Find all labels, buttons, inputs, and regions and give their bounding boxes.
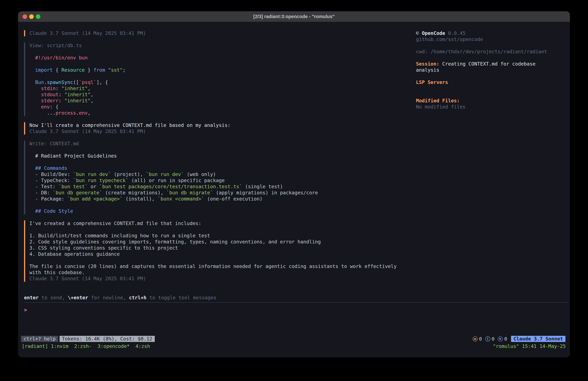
lsp-indicators: w0i0h0: [473, 336, 507, 342]
zoom-button[interactable]: [36, 14, 40, 19]
titlebar: [2/3] radiant:3:opencode - "romulus": [18, 11, 570, 22]
terminal-line: Modified Files:: [416, 98, 555, 104]
blank-line: [29, 73, 416, 79]
terminal-line: stderr: "inherit",: [29, 98, 416, 104]
terminal-line: 3. CSS styling conventions specific to t…: [29, 245, 416, 251]
terminal-line: - TypeCheck: `bun run typecheck` (all) o…: [29, 178, 416, 183]
tool-call-write-file: Write: CONTEXT.md # Radiant Project Guid…: [24, 141, 416, 214]
terminal-line: github.com/sst/opencode: [416, 36, 555, 43]
terminal-line: 1. Build/lint/test commands including ho…: [29, 233, 416, 239]
terminal-window: [2/3] radiant:3:opencode - "romulus" Cla…: [18, 11, 570, 358]
terminal-line: ...process.env,: [29, 110, 416, 116]
indicator-count: 0: [492, 336, 495, 342]
terminal-line: - Package: `bun add <package>` (install)…: [29, 196, 416, 202]
blank-line: [416, 73, 555, 79]
lsp-servers-heading: LSP Servers: [416, 79, 448, 85]
terminal-line: Now I'll create a comprehensive CONTEXT.…: [29, 122, 416, 128]
assistant-message-header: Claude 3.7 Sonnet (14 May 2025 03:41 PM): [24, 30, 416, 36]
modified-files-empty: No modified files: [416, 104, 465, 110]
terminal-line: - Build/Dev: `bun run dev` (project), `b…: [29, 171, 416, 178]
summary-text: I've created a comprehensive CONTEXT.md …: [29, 220, 416, 282]
input-separator: [24, 302, 568, 303]
prompt-symbol: >: [24, 307, 27, 313]
terminal-line: No modified files: [416, 104, 555, 110]
terminal-line: Write: CONTEXT.md: [29, 141, 416, 147]
terminal-line: I've created a comprehensive CONTEXT.md …: [29, 220, 416, 226]
blank-line: [29, 147, 416, 153]
blank-line: [29, 49, 416, 55]
blank-line: [29, 226, 416, 233]
terminal-line: 2. Code style guidelines covering import…: [29, 239, 416, 245]
terminal-line: # Radiant Project Guidelines: [29, 153, 416, 159]
model-chip: Claude 3.7 Sonnet: [511, 336, 566, 342]
terminal-line: LSP Servers: [416, 79, 555, 85]
info-indicator: i0: [485, 336, 495, 342]
session-info: Session: Creating CONTEXT.md for codebas…: [416, 61, 555, 73]
tool-write-title: Write: CONTEXT.md: [29, 141, 79, 146]
blank-line: [29, 61, 416, 67]
tmux-session-windows: [radiant] 1:nvim 2:zsh- 3:opencode* 4:zs…: [22, 343, 150, 349]
tokens-cost-chip: Tokens: 16.4K (8%), Cost: $0.12: [60, 336, 155, 342]
prompt-line[interactable]: >: [24, 307, 568, 313]
tool-call-view-file: View: script/db.ts #!/usr/bin/env bun im…: [24, 43, 416, 116]
tmux-host-clock: "romulus" 15:41 14-May-25: [493, 343, 566, 349]
blank-line: [416, 85, 555, 91]
terminal-line: - DB: `bun db generate` (create migratio…: [29, 190, 416, 196]
sidebar: © OpenCode 0.0.45 github.com/sst/opencod…: [416, 22, 570, 295]
terminal-line: import { Resource } from "sst";: [29, 67, 416, 73]
blank-line: [416, 43, 555, 49]
app-header: © OpenCode 0.0.45: [416, 30, 555, 36]
input-area[interactable]: enter to send, \+enter for newline, ctrl…: [18, 295, 570, 336]
window-title: [2/3] radiant:3:opencode - "romulus": [253, 14, 335, 19]
markdown-block-context-md: # Radiant Project Guidelines ## Commands…: [29, 147, 416, 214]
blank-line: [416, 91, 555, 98]
status-bar: ctrl+? help Tokens: 16.4K (8%), Cost: $0…: [21, 336, 566, 342]
terminal-line: #!/usr/bin/env bun: [29, 55, 416, 61]
indicator-count: 0: [479, 336, 482, 342]
info-icon: i: [485, 336, 490, 341]
terminal-line: Claude 3.7 Sonnet (14 May 2025 03:41 PM): [29, 30, 416, 36]
terminal-line: env: {: [29, 104, 416, 110]
indicator-count: 0: [504, 336, 507, 342]
terminal-line: with this codebase.: [29, 269, 416, 276]
terminal-line: 4. Database operations guidance: [29, 251, 416, 257]
message-timestamp: Claude 3.7 Sonnet (14 May 2025 03:41 PM): [29, 129, 146, 134]
terminal-line: cwd: /home/thdxr/dev/projects/radiant/ra…: [416, 49, 555, 55]
terminal-line: stdin: "inherit",: [29, 85, 416, 91]
tmux-status-bar: [radiant] 1:nvim 2:zsh- 3:opencode* 4:zs…: [22, 343, 566, 349]
keybind-help: enter to send, \+enter for newline, ctrl…: [24, 295, 568, 301]
assistant-message-summary: I've created a comprehensive CONTEXT.md …: [24, 220, 416, 282]
message-text: Now I'll create a comprehensive CONTEXT.…: [29, 122, 231, 128]
terminal-line: ## Commands: [29, 165, 416, 171]
hints-icon: h: [498, 336, 503, 341]
terminal-line: stdout: "inherit",: [29, 91, 416, 98]
blank-line: [29, 202, 416, 208]
main-area: Claude 3.7 Sonnet (14 May 2025 03:41 PM)…: [18, 22, 570, 295]
blank-line: [29, 159, 416, 165]
warnings-icon: w: [473, 336, 478, 341]
terminal-line: Claude 3.7 Sonnet (14 May 2025 03:41 PM): [29, 276, 416, 282]
minimize-button[interactable]: [29, 14, 34, 19]
traffic-lights: [22, 11, 40, 22]
help-chip: ctrl+? help: [21, 336, 58, 342]
warnings-indicator: w0: [473, 336, 482, 342]
blank-line: [29, 257, 416, 263]
modified-files-heading: Modified Files:: [416, 98, 460, 104]
chat-column: Claude 3.7 Sonnet (14 May 2025 03:41 PM)…: [18, 22, 416, 295]
close-button[interactable]: [22, 14, 27, 19]
assistant-message-intro: Now I'll create a comprehensive CONTEXT.…: [24, 122, 416, 134]
message-timestamp: Claude 3.7 Sonnet (14 May 2025 03:41 PM): [29, 30, 146, 36]
terminal-line: Bun.spawnSync([`psql`], {: [29, 79, 416, 85]
code-block-db-ts: #!/usr/bin/env bun import { Resource } f…: [29, 49, 416, 116]
terminal-line: View: script/db.ts: [29, 43, 416, 49]
terminal-line: - Test: `bun test` or `bun test packages…: [29, 183, 416, 190]
tool-view-title: View: script/db.ts: [29, 43, 82, 48]
terminal-line: ## Code Style: [29, 208, 416, 214]
blank-line: [416, 55, 555, 61]
terminal-line: Claude 3.7 Sonnet (14 May 2025 03:41 PM): [29, 128, 416, 134]
cwd-path: cwd: /home/thdxr/dev/projects/radiant/ra…: [416, 49, 547, 54]
hints-indicator: h0: [498, 336, 507, 342]
terminal-line: The file is concise (20 lines) and captu…: [29, 263, 416, 269]
repo-url: github.com/sst/opencode: [416, 37, 483, 42]
